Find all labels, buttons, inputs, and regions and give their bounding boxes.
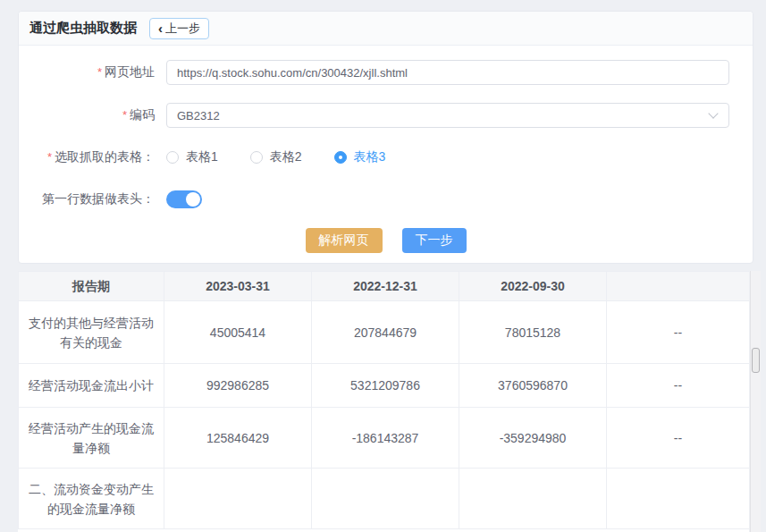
table-body: 支付的其他与经营活动有关的现金4500541420784467978015128…	[19, 301, 750, 529]
required-mark: *	[47, 150, 52, 164]
next-step-button[interactable]: 下一步	[402, 228, 467, 253]
row-label-cell: 经营活动产生的现金流量净额	[19, 408, 164, 469]
radio-table3-label: 表格3	[354, 149, 386, 165]
header-cell: 2022-12-31	[312, 272, 459, 301]
url-input[interactable]: https://q.stock.sohu.com/cn/300432/xjll.…	[166, 60, 729, 85]
preview-table-container: 报告期 2023-03-31 2022-12-31 2022-09-30 支付的…	[18, 271, 749, 532]
first-row-header-switch[interactable]	[166, 190, 202, 208]
header-cell: 报告期	[19, 272, 164, 301]
row-label-cell: 支付的其他与经营活动有关的现金	[19, 301, 164, 364]
value-cell: 207844679	[312, 301, 459, 364]
table-row: 二、流动资金变动产生的现金流量净额	[19, 469, 750, 529]
table-row: 支付的其他与经营活动有关的现金4500541420784467978015128…	[19, 301, 750, 364]
value-cell: --	[607, 301, 750, 364]
card-header: 通过爬虫抽取数据 ‹ 上一步	[19, 12, 753, 46]
value-cell	[607, 469, 750, 529]
vertical-scrollbar[interactable]	[750, 271, 761, 532]
back-button-label: 上一步	[165, 21, 200, 37]
value-cell: 3760596870	[459, 364, 607, 408]
parse-page-button[interactable]: 解析网页	[306, 228, 383, 253]
radio-circle-icon	[334, 151, 347, 164]
header-cell: 2022-09-30	[459, 272, 607, 301]
encoding-row: *编码 GB2312	[19, 103, 753, 128]
value-cell: 45005414	[164, 301, 312, 364]
required-mark: *	[122, 108, 127, 122]
table-select-label: *选取抓取的表格：	[19, 149, 166, 165]
page-title: 通过爬虫抽取数据	[29, 20, 137, 37]
row-label-cell: 经营活动现金流出小计	[19, 364, 164, 408]
radio-table2[interactable]: 表格2	[250, 149, 302, 165]
url-row: *网页地址 https://q.stock.sohu.com/cn/300432…	[19, 60, 753, 85]
header-toggle-label: 第一行数据做表头：	[19, 191, 166, 207]
value-cell: 5321209786	[312, 364, 459, 408]
url-label: *网页地址	[19, 64, 166, 80]
header-cell	[607, 272, 750, 301]
encoding-select[interactable]: GB2312	[166, 103, 729, 128]
row-label-cell: 二、流动资金变动产生的现金流量净额	[19, 469, 164, 529]
table-header-row: 报告期 2023-03-31 2022-12-31 2022-09-30	[19, 272, 750, 301]
table-radio-group: 表格1 表格2 表格3	[166, 149, 385, 165]
value-cell: --	[607, 408, 750, 469]
switch-knob	[186, 192, 200, 207]
chevron-down-icon	[708, 108, 718, 118]
required-mark: *	[97, 65, 102, 79]
value-cell	[164, 469, 312, 529]
value-cell: 125846429	[164, 408, 312, 469]
table-select-row: *选取抓取的表格： 表格1 表格2 表格3	[19, 149, 753, 165]
value-cell: -359294980	[459, 408, 607, 469]
table-row: 经营活动现金流出小计99298628553212097863760596870-…	[19, 364, 750, 408]
back-chevron-icon: ‹	[158, 21, 163, 35]
encoding-select-value: GB2312	[177, 109, 220, 122]
action-buttons-row: 解析网页 下一步	[19, 228, 753, 253]
value-cell: -186143287	[312, 408, 459, 469]
header-cell: 2023-03-31	[164, 272, 312, 301]
data-table: 报告期 2023-03-31 2022-12-31 2022-09-30 支付的…	[18, 271, 749, 529]
crawler-card: 通过爬虫抽取数据 ‹ 上一步 *网页地址 https://q.stock.soh…	[18, 11, 753, 264]
url-input-value: https://q.stock.sohu.com/cn/300432/xjll.…	[177, 66, 408, 80]
header-toggle-row: 第一行数据做表头：	[19, 190, 753, 208]
value-cell: 78015128	[459, 301, 607, 364]
radio-table1[interactable]: 表格1	[166, 149, 218, 165]
radio-table1-label: 表格1	[186, 149, 218, 165]
back-button[interactable]: ‹ 上一步	[149, 18, 209, 39]
value-cell	[312, 469, 459, 529]
scrollbar-thumb[interactable]	[752, 348, 760, 373]
table-row: 经营活动产生的现金流量净额125846429-186143287-3592949…	[19, 408, 750, 469]
radio-table2-label: 表格2	[270, 149, 302, 165]
value-cell: --	[607, 364, 750, 408]
value-cell	[459, 469, 607, 529]
value-cell: 992986285	[164, 364, 312, 408]
radio-table3[interactable]: 表格3	[334, 149, 386, 165]
encoding-label: *编码	[19, 107, 166, 123]
radio-circle-icon	[250, 151, 263, 164]
radio-circle-icon	[166, 151, 179, 164]
